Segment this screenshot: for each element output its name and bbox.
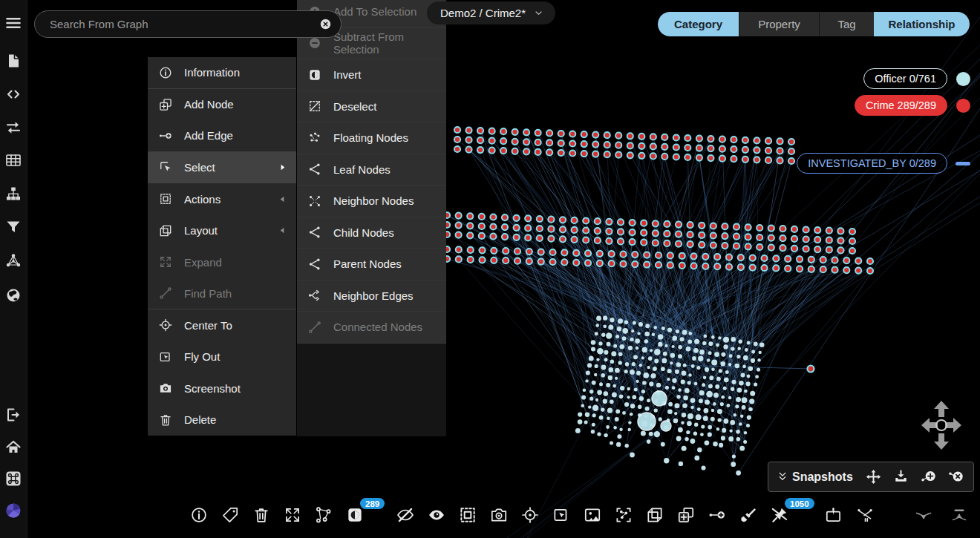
submenu-item-deselect[interactable]: Deselect xyxy=(297,91,446,123)
submenu-item-neighbor-edges[interactable]: Neighbor Edges xyxy=(297,281,446,312)
menu-item-label: Leaf Nodes xyxy=(333,163,391,176)
toolbar-center-target-button[interactable] xyxy=(520,505,540,525)
submenu-item-child-nodes[interactable]: Child Nodes xyxy=(297,217,446,249)
menu-item-add-edge[interactable]: Add Edge xyxy=(148,120,296,152)
chevron-down-icon xyxy=(533,7,544,19)
search-input[interactable] xyxy=(48,17,318,31)
edge-color-swatch[interactable] xyxy=(956,162,970,165)
graph-canvas[interactable] xyxy=(0,0,980,538)
tab-category[interactable]: Category xyxy=(658,12,739,36)
sidebar-item-filter[interactable] xyxy=(4,218,22,236)
legend-badge[interactable]: Officer 0/761 xyxy=(863,68,947,89)
expand-icon xyxy=(283,505,302,525)
globe-icon xyxy=(4,286,22,304)
toolbar-floating-nodes-bracket-button[interactable] xyxy=(614,505,633,525)
toolbar-add-edge-button[interactable] xyxy=(708,505,727,525)
toolbar-info-circle-button[interactable] xyxy=(189,505,209,525)
submenu-item-parent-nodes[interactable]: Parent Nodes xyxy=(297,249,446,281)
toolbar-eye-button[interactable] xyxy=(427,505,446,525)
sidebar-item-command[interactable] xyxy=(4,470,22,488)
add-edge-icon xyxy=(158,128,173,143)
sidebar-item-table[interactable] xyxy=(4,151,22,169)
menu-item-information[interactable]: Information xyxy=(148,57,296,89)
toolbar-note-pin-button[interactable] xyxy=(824,505,843,525)
fly-out-icon xyxy=(552,505,571,525)
submenu-item-floating-nodes[interactable]: Floating Nodes xyxy=(297,122,446,154)
hierarchy-icon xyxy=(4,185,22,203)
toolbar-graph-nodes-button[interactable] xyxy=(314,505,333,525)
add-node-icon xyxy=(676,505,696,525)
sidebar-item-hierarchy[interactable] xyxy=(4,185,22,203)
toolbar-cut-path-button[interactable] xyxy=(855,505,875,525)
deselect-icon xyxy=(307,99,322,114)
menu-item-layout[interactable]: Layout xyxy=(148,215,296,247)
snapshot-add-icon[interactable] xyxy=(920,468,937,485)
delete-trash-icon xyxy=(158,413,173,427)
node-color-swatch[interactable] xyxy=(956,99,970,113)
toolbar-expand-button[interactable] xyxy=(283,505,302,525)
toolbar-image-button[interactable] xyxy=(583,505,602,525)
toolbar-layout-cube-button[interactable] xyxy=(645,505,664,525)
toolbar-camera-button[interactable] xyxy=(489,505,509,525)
eye-icon xyxy=(427,505,446,525)
submenu-item-invert[interactable]: Invert xyxy=(297,59,446,91)
toolbar-soft-down-button[interactable] xyxy=(914,505,933,525)
sidebar-item-home[interactable] xyxy=(4,438,22,456)
connected-nodes-icon xyxy=(307,320,322,335)
legend-badge[interactable]: Crime 289/289 xyxy=(855,95,947,116)
tag-icon xyxy=(220,505,240,525)
submenu-item-connected-nodes: Connected Nodes xyxy=(297,312,446,344)
menu-item-delete[interactable]: Delete xyxy=(148,404,296,436)
node-color-swatch[interactable] xyxy=(956,72,970,86)
sidebar-item-file[interactable] xyxy=(4,52,22,70)
sidebar-item-hamburger[interactable] xyxy=(4,14,22,32)
menu-item-label: Fly Out xyxy=(184,350,220,363)
menu-item-screenshot[interactable]: Screenshot xyxy=(148,373,296,404)
menu-item-fly-out[interactable]: Fly Out xyxy=(148,341,296,373)
move-icon[interactable] xyxy=(865,468,882,485)
sidebar-item-export[interactable] xyxy=(4,406,22,424)
toolbar-pin-off-button[interactable] xyxy=(770,505,789,525)
command-icon xyxy=(4,470,22,488)
sidebar-item-network[interactable] xyxy=(4,252,22,269)
search-bar xyxy=(34,10,342,38)
invert-icon xyxy=(345,505,365,525)
menu-item-select[interactable]: Select xyxy=(148,152,296,184)
menu-item-actions[interactable]: Actions xyxy=(148,183,296,215)
sidebar-item-globe[interactable] xyxy=(4,286,22,304)
swap-arrows-icon xyxy=(4,119,22,137)
sidebar-item-logo[interactable] xyxy=(4,502,22,519)
snapshot-remove-icon[interactable] xyxy=(947,468,964,485)
submenu-item-neighbor-nodes[interactable]: Neighbor Nodes xyxy=(297,186,446,217)
table-icon xyxy=(4,151,22,169)
sidebar-item-swap-arrows[interactable] xyxy=(4,119,22,137)
tab-tag[interactable]: Tag xyxy=(819,12,874,36)
toolbar-select-dashed-button[interactable] xyxy=(458,505,477,525)
toolbar-fly-out-button[interactable] xyxy=(552,505,571,525)
fly-out-icon xyxy=(158,350,173,364)
toolbar-soft-up-button[interactable] xyxy=(950,505,969,525)
tab-property[interactable]: Property xyxy=(739,12,819,36)
search-clear-icon[interactable] xyxy=(318,17,333,31)
menu-item-label: Neighbor Nodes xyxy=(333,194,414,207)
info-circle-icon xyxy=(158,65,173,80)
workspace-selector[interactable]: Demo2 / Crime2* xyxy=(427,1,555,24)
legend-badge[interactable]: INVESTIGATED_BY 0/289 xyxy=(797,153,947,174)
toolbar-trash-button[interactable] xyxy=(252,505,271,525)
add-node-icon xyxy=(158,97,173,112)
submenu-item-leaf-nodes[interactable]: Leaf Nodes xyxy=(297,154,446,186)
toolbar-add-node-button[interactable] xyxy=(676,505,696,525)
download-icon[interactable] xyxy=(892,468,909,485)
menu-item-center-to[interactable]: Center To xyxy=(148,309,296,341)
toolbar-brush-button[interactable] xyxy=(739,505,758,525)
toolbar-invert-button[interactable] xyxy=(345,505,365,525)
tab-relationship[interactable]: Relationship xyxy=(874,12,970,36)
image-icon xyxy=(583,505,602,525)
toolbar-tag-button[interactable] xyxy=(220,505,240,525)
menu-item-add-node[interactable]: Add Node xyxy=(148,89,296,121)
toolbar-eye-off-button[interactable] xyxy=(396,505,415,525)
sidebar-item-code[interactable] xyxy=(4,85,22,103)
navigation-pad[interactable] xyxy=(915,397,967,459)
floating-nodes-bracket-icon xyxy=(614,505,633,525)
double-chevron-down-icon[interactable] xyxy=(776,470,789,484)
